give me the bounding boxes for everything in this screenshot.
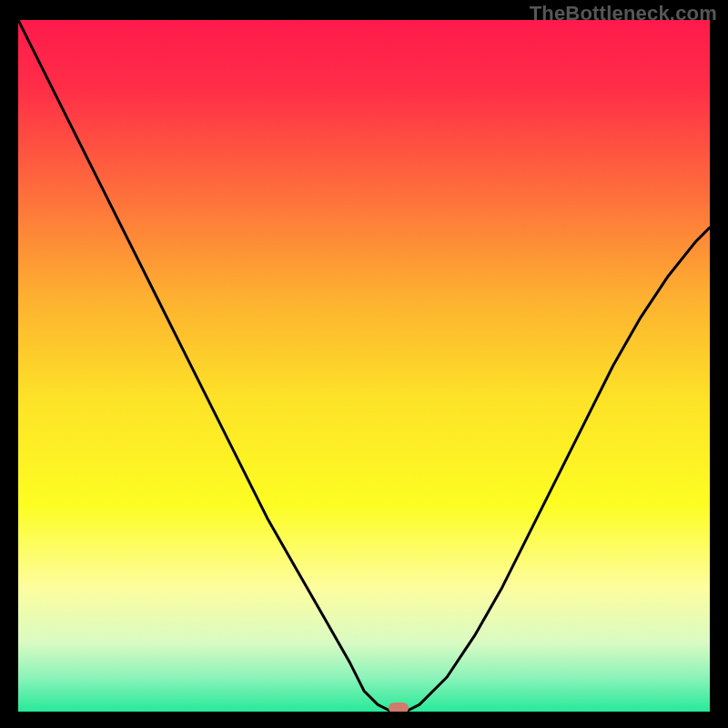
gradient-background <box>18 20 710 712</box>
chart-frame: { "watermark": "TheBottleneck.com", "cha… <box>0 0 728 728</box>
optimal-point-marker <box>389 703 409 712</box>
bottleneck-chart <box>18 20 710 712</box>
